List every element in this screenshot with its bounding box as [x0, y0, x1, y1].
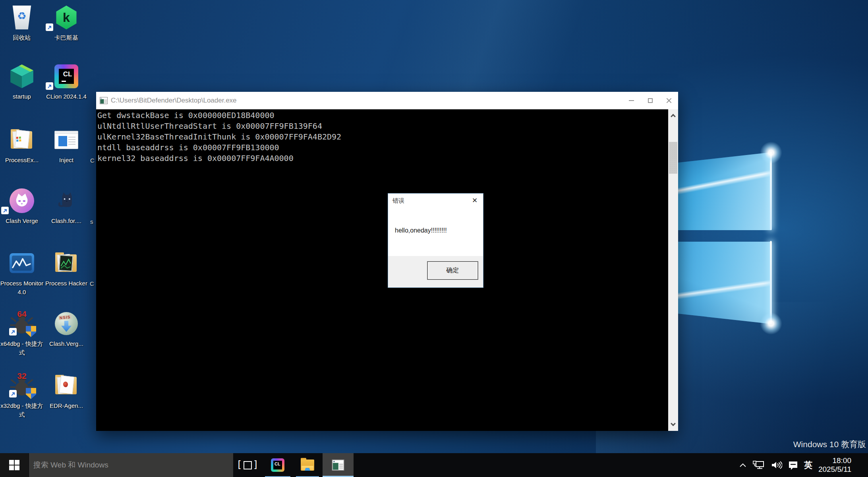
network-icon[interactable]	[752, 460, 765, 470]
scroll-up-button[interactable]	[668, 109, 678, 122]
shortcut-arrow-icon	[46, 82, 53, 90]
dialog-close-button[interactable]: ✕	[466, 194, 483, 207]
desktop-icon-clash-for-windows[interactable]: Clash.for....	[43, 188, 89, 225]
folder-icon	[10, 129, 34, 151]
desktop-icon-inject[interactable]: Inject	[43, 127, 89, 165]
icon-label: EDR-Agen...	[43, 401, 89, 410]
minimize-icon	[629, 100, 634, 101]
clock-time: 18:00	[818, 456, 851, 465]
taskbar: 搜索 Web 和 Windows [ ] CL	[0, 453, 868, 477]
icon-label: Process Monitor 4.0	[0, 279, 45, 297]
dialog-title: 错误	[392, 197, 404, 205]
close-icon: ✕	[472, 196, 477, 204]
chevron-down-icon	[671, 421, 676, 426]
icon-label: Process Hacker	[43, 279, 89, 288]
console-app-icon	[100, 97, 108, 104]
installer-window-icon	[54, 131, 78, 149]
error-dialog: 错误 ✕ hello,oneday!!!!!!!!! 确定	[388, 193, 483, 288]
console-output: Get dwstackBase is 0x000000ED18B40000ulN…	[96, 109, 668, 431]
icon-label: Clash Verge	[0, 217, 45, 225]
console-window-title: C:\Users\BitDefender\Desktop\Loader.exe	[111, 97, 622, 105]
console-window: C:\Users\BitDefender\Desktop\Loader.exe …	[96, 92, 678, 431]
console-line: Get dwstackBase is 0x000000ED18B40000	[97, 110, 668, 121]
icon-label: x64dbg - 快捷方式	[0, 339, 45, 357]
dialog-message: hello,oneday!!!!!!!!!	[395, 227, 447, 234]
hidden-icon-label-fragment: s	[90, 218, 93, 225]
desktop-icon-x64dbg[interactable]: 64 x64dbg - 快捷方式	[0, 311, 45, 357]
taskbar-search-box[interactable]: 搜索 Web 和 Windows	[29, 453, 233, 477]
taskbar-button-clion[interactable]: CL	[264, 453, 292, 477]
console-title-bar[interactable]: C:\Users\BitDefender\Desktop\Loader.exe	[96, 92, 678, 109]
icon-label: 回收站	[0, 33, 45, 42]
desktop-screen: Windows 10 教育版 ♻ 回收站 k 卡巴斯基 startup CL C…	[0, 0, 868, 477]
bug-debugger-icon: 32	[9, 373, 35, 398]
desktop-icon-x32dbg[interactable]: 32 x32dbg - 快捷方式	[0, 373, 45, 419]
hidden-icon-label-fragment: C	[90, 280, 94, 287]
waveform-monitor-icon	[10, 253, 34, 273]
desktop-icon-kaspersky[interactable]: k 卡巴斯基	[43, 5, 89, 42]
icon-label: Clash.for....	[43, 217, 89, 225]
console-app-icon	[332, 460, 344, 471]
ime-language-indicator[interactable]: 英	[804, 460, 812, 471]
desktop-icon-edr-agent[interactable]: EDR-Agen...	[43, 373, 89, 410]
icon-label: 卡巴斯基	[43, 33, 89, 42]
task-view-icon: [	[236, 459, 242, 470]
shortcut-arrow-icon	[9, 390, 17, 398]
desktop-icon-process-hacker[interactable]: Process Hacker	[43, 250, 89, 288]
scroll-down-button[interactable]	[668, 418, 678, 431]
desktop-icon-processex-folder[interactable]: ProcessEx...	[0, 127, 45, 165]
file-explorer-icon	[301, 460, 314, 471]
desktop-icon-clash-verge-installer[interactable]: NSIS Clash.Verg...	[43, 311, 89, 348]
taskbar-button-console-active[interactable]	[323, 453, 354, 477]
clion-icon: CL	[54, 64, 78, 88]
clock-date: 2025/5/11	[818, 465, 851, 474]
dialog-footer: 确定	[388, 256, 483, 287]
folder-icon	[54, 374, 78, 397]
desktop-icon-clash-verge[interactable]: Clash Verge	[0, 188, 45, 225]
shortcut-arrow-icon	[9, 328, 17, 335]
windows-logo-corner-flare	[760, 142, 782, 164]
desktop-icon-clion[interactable]: CL CLion 2024.1.4	[43, 64, 89, 101]
clion-icon: CL	[271, 458, 284, 472]
shortcut-arrow-icon	[46, 23, 53, 31]
nsis-installer-icon: NSIS	[55, 312, 78, 335]
kaspersky-icon: k	[55, 6, 78, 29]
close-icon	[666, 98, 672, 103]
ok-button[interactable]: 确定	[427, 261, 478, 280]
scrollbar-thumb[interactable]	[669, 142, 677, 174]
show-hidden-icons-chevron[interactable]	[739, 463, 746, 467]
chevron-up-icon	[671, 114, 676, 119]
icon-label: x32dbg - 快捷方式	[0, 401, 45, 419]
hidden-icon-label-fragment: C	[90, 157, 95, 164]
maximize-icon	[648, 98, 653, 103]
maximize-button[interactable]	[641, 92, 659, 109]
icon-label: Inject	[43, 156, 89, 165]
taskbar-button-file-explorer[interactable]	[295, 453, 320, 477]
cat-silhouette-icon	[55, 190, 77, 212]
task-view-button[interactable]: [ ]	[236, 453, 259, 477]
windows-edition-watermark: Windows 10 教育版	[793, 439, 866, 450]
search-placeholder: 搜索 Web 和 Windows	[33, 460, 108, 470]
speaker-icon[interactable]	[771, 461, 782, 469]
taskbar-clock[interactable]: 18:00 2025/5/11	[818, 456, 851, 474]
icon-label: CLion 2024.1.4	[43, 92, 89, 101]
windows-logo-edge-glow	[770, 241, 772, 324]
shortcut-arrow-icon	[1, 207, 9, 214]
startup-box-icon	[10, 64, 34, 89]
bug-debugger-icon: 64	[9, 311, 35, 336]
console-line: ulKernel32BaseThreadInitThunk is 0x00007…	[97, 132, 668, 142]
start-button[interactable]	[0, 453, 29, 477]
windows-logo-icon	[9, 460, 19, 470]
desktop-icon-recycle-bin[interactable]: ♻ 回收站	[0, 5, 45, 42]
close-button[interactable]	[659, 92, 678, 109]
desktop-icon-startup[interactable]: startup	[0, 64, 45, 101]
cat-face-icon	[10, 188, 34, 213]
desktop-icon-process-monitor[interactable]: Process Monitor 4.0	[0, 250, 45, 297]
windows-logo-corner-flare	[760, 312, 782, 335]
console-line: ntdll baseaddrss is 0x00007FF9FB130000	[97, 142, 668, 153]
folder-icon	[54, 252, 78, 274]
notification-center-icon[interactable]	[788, 461, 798, 470]
minimize-button[interactable]	[622, 92, 641, 109]
recycle-bin-icon: ♻	[11, 6, 33, 29]
console-scrollbar[interactable]	[668, 109, 678, 431]
